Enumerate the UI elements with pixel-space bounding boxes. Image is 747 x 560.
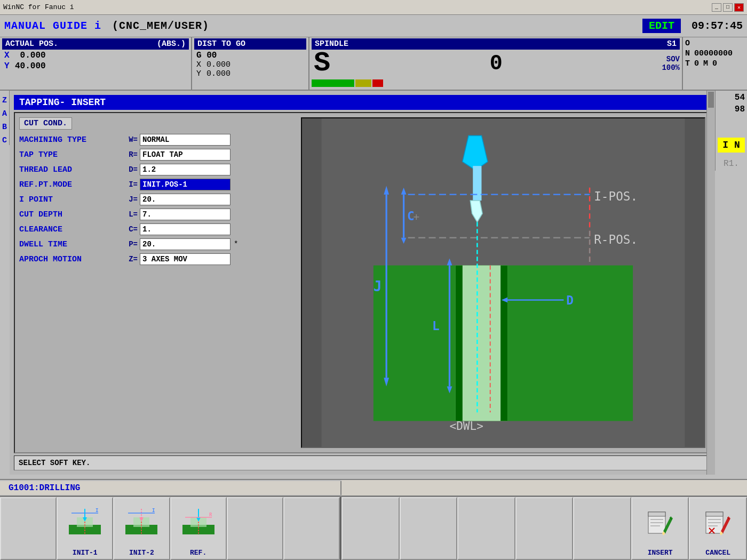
- b-axis-label: B: [2, 123, 7, 132]
- sov-label: SOV: [662, 55, 680, 63]
- title-bar: WinNC for Fanuc i _ □ ✕: [0, 0, 747, 15]
- tap-type-label: TAP TYPE: [19, 150, 121, 159]
- a-axis-label: A: [2, 109, 7, 118]
- tm-row: T 0 M 0: [685, 59, 745, 69]
- diagram-section: I-POS. R-POS. J C +: [301, 117, 705, 448]
- tap-type-input[interactable]: [140, 149, 231, 161]
- sov-value: 100%: [662, 63, 680, 72]
- spindle-sov: SOV 100%: [662, 55, 680, 72]
- spindle-row: S 0 SOV 100%: [312, 50, 680, 77]
- aproch-motion-prefix: Z=: [123, 255, 138, 263]
- clearance-prefix: C=: [123, 225, 138, 234]
- axis-col-left: X 0.000 Y 40.000: [2, 50, 48, 72]
- svg-rect-3: [456, 266, 463, 421]
- speed-bar: [312, 79, 680, 87]
- gcode-bar: G1001:DRILLING: [0, 479, 747, 496]
- svg-rect-4: [500, 266, 507, 421]
- softkey-empty-r5[interactable]: [573, 497, 631, 560]
- mode-indicator: EDIT: [642, 19, 681, 33]
- tap-type-prefix: R=: [123, 150, 138, 159]
- softkey-empty-5[interactable]: [283, 497, 340, 560]
- svg-rect-63: [706, 512, 723, 516]
- dwell-time-asterisk: *: [234, 240, 238, 249]
- softkey-ref-button[interactable]: R REF.: [170, 497, 227, 560]
- ref-pt-mode-prefix: I=: [123, 180, 138, 189]
- softkey-empty-4[interactable]: [227, 497, 283, 560]
- softkey-insert-button[interactable]: INSERT: [631, 497, 689, 560]
- softkey-init1-button[interactable]: I INIT-1: [57, 497, 113, 560]
- clearance-input[interactable]: [140, 223, 231, 235]
- close-button[interactable]: ✕: [734, 3, 744, 12]
- tap-type-row: TAP TYPE R=: [19, 149, 297, 161]
- dwell-time-row: DWELL TIME P= *: [19, 238, 297, 250]
- dist-to-go-panel: DIST TO GO G 00 X 0.000 Y 0.000: [192, 37, 309, 90]
- cut-depth-input[interactable]: [140, 209, 231, 220]
- sidebar-num2: 98: [718, 105, 745, 114]
- speed-bar-red: [372, 79, 383, 87]
- i-point-prefix: J=: [123, 195, 138, 204]
- speed-bar-green: [312, 79, 354, 87]
- softkey-empty-r2[interactable]: [400, 497, 458, 560]
- inner-panel: CUT COND. MACHINING TYPE W= TAP TYPE R= …: [14, 112, 711, 453]
- minimize-button[interactable]: _: [712, 3, 721, 12]
- gcode-right: [341, 480, 747, 495]
- ref-pt-mode-input[interactable]: [140, 179, 231, 190]
- m-value: 0: [712, 59, 717, 68]
- svg-text:I: I: [96, 508, 98, 513]
- maximize-button[interactable]: □: [723, 3, 733, 12]
- cut-depth-prefix: L=: [123, 210, 138, 219]
- m-label: M: [703, 59, 708, 68]
- machining-type-input[interactable]: [140, 134, 231, 146]
- softkey-empty-r3[interactable]: [457, 497, 515, 560]
- i-point-input[interactable]: [140, 194, 231, 205]
- softkey-init2-label: INIT-2: [129, 549, 154, 557]
- thread-lead-label: THREAD LEAD: [19, 165, 121, 174]
- t-value: 0: [694, 59, 699, 68]
- window-title: WinNC for Fanuc i: [3, 3, 74, 11]
- x-axis-row: X 0.000: [2, 50, 48, 61]
- x-axis-label: X: [4, 51, 15, 60]
- svg-text:R-POS.: R-POS.: [594, 233, 638, 246]
- i-point-row: I POINT J=: [19, 194, 297, 205]
- onmt-panel: O N 00000000 T 0 M 0: [683, 37, 747, 90]
- softkey-cancel-button[interactable]: CANCEL: [689, 497, 747, 560]
- dist-content: G 00 X 0.000 Y 0.000: [194, 50, 306, 79]
- window-controls[interactable]: _ □ ✕: [712, 3, 744, 12]
- dist-header: DIST TO GO: [194, 38, 306, 50]
- dwell-time-input[interactable]: [140, 238, 231, 250]
- softkey-init2-button[interactable]: I INIT-2: [113, 497, 170, 560]
- dist-x-label: X: [196, 60, 201, 69]
- y-axis-value: 40.000: [15, 61, 46, 71]
- t-label: T: [685, 59, 690, 68]
- svg-text:R: R: [209, 512, 212, 517]
- thread-lead-row: THREAD LEAD D=: [19, 164, 297, 175]
- sidebar-in-indicator: I N: [718, 138, 745, 153]
- machining-type-row: MACHINING TYPE W=: [19, 134, 297, 146]
- softkey-empty-r4[interactable]: [515, 497, 574, 560]
- z-axis-label: Z: [2, 96, 7, 105]
- g-code: G 00: [196, 51, 304, 60]
- clearance-label: CLEARANCE: [19, 225, 121, 234]
- select-softkey-bar: SELECT SOFT KEY.: [14, 455, 711, 470]
- app-subtitle: (CNC_MEM/USER): [112, 20, 209, 32]
- header-bar: MANUAL GUIDE i (CNC_MEM/USER) EDIT 09:57…: [0, 15, 747, 37]
- gcode-text: G1001:DRILLING: [0, 481, 341, 495]
- scrollbar-thumb[interactable]: [708, 92, 714, 108]
- softkey-insert-icon: [632, 498, 688, 549]
- thread-lead-prefix: D=: [123, 165, 138, 174]
- aproch-motion-input[interactable]: [140, 253, 231, 265]
- softkey-init2-icon: I: [114, 498, 169, 549]
- o-label: O: [685, 39, 690, 48]
- softkey-empty-4-icon: [228, 498, 282, 557]
- cut-depth-label: CUT DEPTH: [19, 210, 121, 219]
- thread-lead-input[interactable]: [140, 164, 231, 175]
- cut-cond-tab[interactable]: CUT COND.: [19, 117, 72, 130]
- softkey-empty-1[interactable]: [0, 497, 57, 560]
- main-scrollbar[interactable]: [706, 91, 715, 475]
- svg-text:+: +: [413, 211, 419, 223]
- softkey-left-section: I INIT-1 I INIT-2: [0, 497, 341, 560]
- dwell-time-prefix: P=: [123, 240, 138, 249]
- machining-type-prefix: W=: [123, 135, 138, 144]
- tapping-diagram: I-POS. R-POS. J C +: [302, 118, 704, 447]
- softkey-empty-r1[interactable]: [341, 497, 400, 560]
